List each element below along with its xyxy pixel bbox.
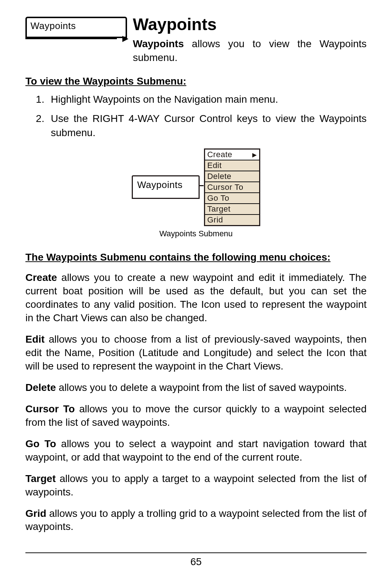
figure-parent-label: Waypoints <box>137 179 183 190</box>
submenu-figure-inner: Waypoints Create ▶ Edit Delete Cursor To… <box>132 148 260 226</box>
page-number: 65 <box>25 556 367 568</box>
submenu-figure: Waypoints Create ▶ Edit Delete Cursor To… <box>25 148 367 238</box>
figure-caption: Waypoints Submenu <box>159 229 233 238</box>
desc-bold: Grid <box>25 508 46 519</box>
submenu-item-label: Grid <box>207 215 223 225</box>
waypoints-menu-box-label: Waypoints <box>30 20 76 31</box>
submenu-item-go-to: Go To <box>205 193 259 204</box>
submenu-list: Create ▶ Edit Delete Cursor To Go To Tar… <box>204 148 260 226</box>
submenu-item-label: Edit <box>207 161 222 170</box>
desc-rest: allows you to move the cursor quickly to… <box>25 403 367 428</box>
desc-target: Target allows you to apply a target to a… <box>25 472 367 499</box>
submenu-item-delete: Delete <box>205 171 259 182</box>
header: Waypoints ▶ Waypoints Waypoints allows y… <box>25 15 367 65</box>
submenu-item-label: Create <box>207 150 232 159</box>
desc-go-to: Go To allows you to select a waypoint an… <box>25 437 367 464</box>
waypoints-menu-box: Waypoints ▶ <box>25 17 127 38</box>
lead-text: Waypoints allows you to view the Waypoin… <box>133 37 367 65</box>
desc-cursor-to: Cursor To allows you to move the cursor … <box>25 403 367 429</box>
waypoints-menu-underbar <box>25 38 117 39</box>
submenu-item-create: Create ▶ <box>205 150 259 160</box>
desc-bold: Go To <box>25 438 56 449</box>
figure-parent-box: Waypoints <box>132 175 200 199</box>
desc-create: Create allows you to create a new waypoi… <box>25 271 367 325</box>
choices-heading: The Waypoints Submenu contains the follo… <box>25 252 367 263</box>
desc-bold: Target <box>25 473 56 484</box>
desc-bold: Delete <box>25 382 56 393</box>
steps-list: Highlight Waypoints on the Navigation ma… <box>47 92 367 140</box>
desc-rest: allows you to apply a target to a waypoi… <box>25 473 367 498</box>
desc-bold: Edit <box>25 334 45 345</box>
desc-edit: Edit allows you to choose from a list of… <box>25 333 367 373</box>
waypoints-menu-icon: Waypoints ▶ <box>25 17 127 39</box>
desc-bold: Cursor To <box>25 403 75 415</box>
submenu-item-grid: Grid <box>205 215 259 225</box>
footer-rule <box>25 552 367 553</box>
submenu-item-label: Cursor To <box>207 183 243 192</box>
header-text: Waypoints Waypoints allows you to view t… <box>133 15 367 65</box>
desc-rest: allows you to choose from a list of prev… <box>25 334 367 372</box>
section-title: Waypoints <box>133 15 367 34</box>
right-arrow-icon: ▶ <box>252 151 257 158</box>
submenu-item-cursor-to: Cursor To <box>205 182 259 193</box>
desc-rest: allows you to delete a waypoint from the… <box>56 382 347 393</box>
submenu-item-label: Go To <box>207 193 229 203</box>
step-item: Use the RIGHT 4-WAY Cursor Control keys … <box>47 111 367 140</box>
view-submenu-heading: To view the Waypoints Submenu: <box>25 75 367 87</box>
step-item: Highlight Waypoints on the Navigation ma… <box>47 92 367 106</box>
desc-bold: Create <box>25 272 57 283</box>
desc-rest: allows you to create a new waypoint and … <box>25 272 367 323</box>
submenu-item-edit: Edit <box>205 160 259 171</box>
desc-rest: allows you to select a waypoint and star… <box>25 438 367 463</box>
right-arrow-icon: ▶ <box>122 34 129 43</box>
submenu-item-label: Delete <box>207 172 232 181</box>
lead-bold: Waypoints <box>133 38 184 49</box>
submenu-item-label: Target <box>207 204 230 214</box>
desc-delete: Delete allows you to delete a waypoint f… <box>25 381 367 395</box>
desc-grid: Grid allows you to apply a trolling grid… <box>25 507 367 534</box>
desc-rest: allows you to apply a trolling grid to a… <box>25 508 367 532</box>
submenu-item-target: Target <box>205 204 259 215</box>
